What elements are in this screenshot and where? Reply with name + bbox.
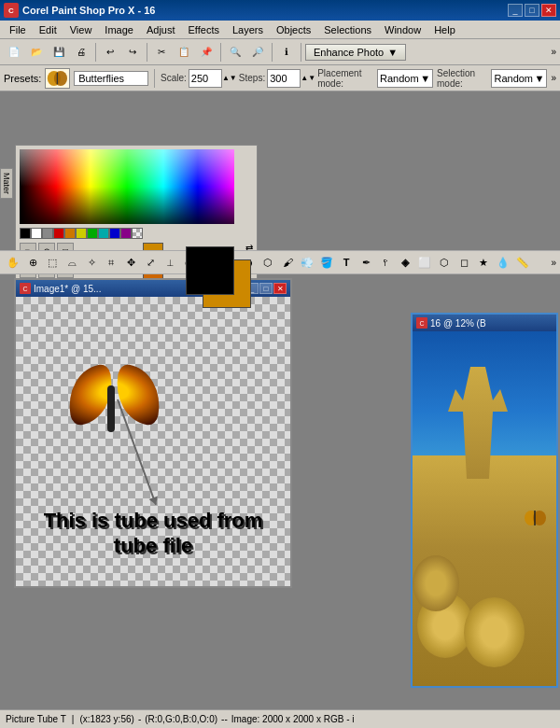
preset-name-field[interactable]: Butterflies xyxy=(74,71,148,86)
canvas2-title: 16 @ 12% (B xyxy=(430,318,553,329)
menu-help[interactable]: Help xyxy=(428,22,461,37)
placement-label: Placement mode: xyxy=(317,68,375,89)
menu-window[interactable]: Window xyxy=(379,22,427,37)
pan-tool[interactable]: ✋ xyxy=(4,253,22,272)
canvas-window-1: C Image1* @ 15... _ □ ✕ This is tube use… xyxy=(14,278,292,588)
swatch-red[interactable] xyxy=(53,228,64,239)
canvas1-controls[interactable]: _ □ ✕ xyxy=(245,283,287,294)
hay-roll-2 xyxy=(464,597,525,667)
ruler-tool[interactable]: 📏 xyxy=(513,253,532,272)
undo-button[interactable]: ↩ xyxy=(100,42,120,63)
steps-spinner[interactable]: ▲▼ xyxy=(302,68,314,89)
info-button[interactable]: ℹ xyxy=(276,42,297,63)
lasso-tool[interactable]: ⌓ xyxy=(63,253,81,272)
zoom-in-button[interactable]: 🔍 xyxy=(225,42,245,63)
canvas1-close[interactable]: ✕ xyxy=(273,283,287,294)
close-button[interactable]: ✕ xyxy=(541,4,556,17)
swatch-purple[interactable] xyxy=(120,228,132,239)
menu-file[interactable]: File xyxy=(4,22,32,37)
menu-selections[interactable]: Selections xyxy=(318,22,377,37)
swatch-orange[interactable] xyxy=(64,228,76,239)
airbrush-tool[interactable]: 💨 xyxy=(298,253,316,272)
menu-objects[interactable]: Objects xyxy=(271,22,316,37)
scale-spinner[interactable]: ▲▼ xyxy=(224,68,235,89)
tool-palette: ✋ ⊕ ⬚ ⌓ ✧ ⌗ ✥ ⤢ ⟂ ◎ ✿ ⧉ ◑ ⬡ 🖌 💨 🪣 T ✒ ⫯ … xyxy=(0,250,560,274)
crop-tool[interactable]: ⌗ xyxy=(102,253,120,272)
materials-tab[interactable]: Mater xyxy=(0,168,13,199)
swatch-yellow[interactable] xyxy=(76,228,87,239)
scratch-tool[interactable]: ⬡ xyxy=(259,253,277,272)
straighten-tool[interactable]: ⟂ xyxy=(161,253,179,272)
sep5 xyxy=(301,43,301,62)
zoom-out-button[interactable]: 🔎 xyxy=(247,42,268,63)
sep2 xyxy=(147,43,147,62)
copy-button[interactable]: 📋 xyxy=(174,42,194,63)
redo-button[interactable]: ↪ xyxy=(122,42,143,63)
eraser-tool[interactable]: ⬜ xyxy=(415,253,434,272)
sep3 xyxy=(220,43,221,62)
canvas1-content[interactable]: This is tube used from tube file xyxy=(16,297,290,586)
enhance-photo-button[interactable]: Enhance Photo ▼ xyxy=(305,44,406,61)
move-tool[interactable]: ✥ xyxy=(121,253,140,272)
transform-tool[interactable]: ⤢ xyxy=(141,253,160,272)
sep1 xyxy=(95,43,96,62)
swatch-white[interactable] xyxy=(31,228,42,239)
swatch-green[interactable] xyxy=(87,228,98,239)
scene-butterfly xyxy=(524,509,547,527)
paste-button[interactable]: 📌 xyxy=(196,42,217,63)
toolbar-expand-button[interactable]: » xyxy=(551,47,556,57)
preset-thumbnail[interactable] xyxy=(45,68,70,89)
steps-field[interactable]: 300 xyxy=(267,69,301,88)
swatch-blue[interactable] xyxy=(109,228,120,239)
enhance-chevron-icon: ▼ xyxy=(387,47,398,58)
bg-eraser-tool[interactable]: ⬡ xyxy=(435,253,454,272)
print-button[interactable]: 🖨 xyxy=(71,42,91,63)
placement-dropdown[interactable]: Random ▼ xyxy=(377,69,433,88)
placement-chevron-icon: ▼ xyxy=(420,73,430,84)
status-coords-val: x:1823 y:56 xyxy=(83,714,132,724)
selection-dropdown[interactable]: Random ▼ xyxy=(491,69,547,88)
open-button[interactable]: 📂 xyxy=(26,42,47,63)
status-bar: Picture Tube T | ( x:1823 y:56 ) - ( R:0… xyxy=(0,709,560,728)
canvas2-icon: C xyxy=(416,317,427,329)
shape-tool[interactable]: ◻ xyxy=(455,253,473,272)
new-button[interactable]: 📄 xyxy=(4,42,24,63)
canvas1-maximize[interactable]: □ xyxy=(259,283,273,294)
window-controls[interactable]: _ □ ✕ xyxy=(508,4,556,17)
save-button[interactable]: 💾 xyxy=(49,42,69,63)
preset-shape-tool[interactable]: ★ xyxy=(474,253,493,272)
select-tool[interactable]: ⬚ xyxy=(43,253,62,272)
foreground-color-box[interactable] xyxy=(186,246,234,295)
menu-image[interactable]: Image xyxy=(99,22,139,37)
swatch-cyan[interactable] xyxy=(98,228,109,239)
paint-tool[interactable]: 🖌 xyxy=(278,253,297,272)
toolbar2-expand[interactable]: » xyxy=(551,73,556,83)
fill-tool[interactable]: 🪣 xyxy=(317,253,336,272)
dropper-tool[interactable]: 💧 xyxy=(494,253,512,272)
maximize-button[interactable]: □ xyxy=(525,4,539,17)
menu-adjust[interactable]: Adjust xyxy=(141,22,181,37)
selection-chevron-icon: ▼ xyxy=(535,73,545,84)
swatch-transparent[interactable] xyxy=(132,228,143,239)
magic-wand-tool[interactable]: ✧ xyxy=(82,253,101,272)
svg-point-1 xyxy=(54,71,67,86)
cut-button[interactable]: ✂ xyxy=(151,42,172,63)
swatch-black[interactable] xyxy=(20,228,31,239)
menu-view[interactable]: View xyxy=(64,22,98,37)
swatch-gray[interactable] xyxy=(42,228,53,239)
zoom-tool[interactable]: ⊕ xyxy=(23,253,42,272)
minimize-button[interactable]: _ xyxy=(508,4,523,17)
warp-tool[interactable]: ⫯ xyxy=(376,253,395,272)
tube-tool[interactable]: ◈ xyxy=(396,253,414,272)
menu-layers[interactable]: Layers xyxy=(227,22,269,37)
text-tool[interactable]: T xyxy=(337,253,356,272)
menu-edit[interactable]: Edit xyxy=(34,22,63,37)
canvas2-content[interactable] xyxy=(413,331,556,686)
scale-field[interactable]: 250 xyxy=(189,69,222,88)
menu-effects[interactable]: Effects xyxy=(183,22,225,37)
color-spectrum[interactable] xyxy=(20,149,234,224)
selection-label: Selection mode: xyxy=(437,68,489,89)
pen-tool[interactable]: ✒ xyxy=(357,253,375,272)
steps-group: Steps: 300 ▲▼ xyxy=(239,68,314,89)
tools-expand[interactable]: » xyxy=(551,258,556,268)
